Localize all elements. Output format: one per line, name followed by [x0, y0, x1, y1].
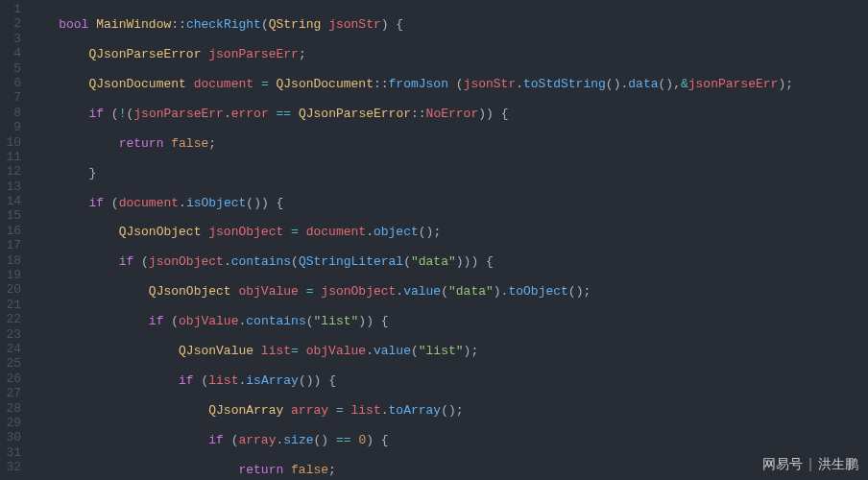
line-number: 2	[0, 16, 21, 31]
line-number: 9	[0, 120, 21, 134]
line-number: 31	[0, 445, 21, 460]
line-number: 25	[0, 356, 21, 371]
code-line: QJsonDocument document = QJsonDocument::…	[29, 77, 868, 91]
line-number: 20	[0, 282, 21, 297]
line-number: 16	[0, 224, 21, 238]
code-line: if (!(jsonParseErr.error == QJsonParseEr…	[29, 107, 868, 121]
line-number: 12	[0, 164, 21, 179]
line-number: 17	[0, 238, 21, 252]
line-number: 4	[0, 46, 21, 60]
line-number: 30	[0, 430, 21, 444]
line-number: 28	[0, 401, 21, 416]
line-number: 14	[0, 194, 21, 208]
watermark: 网易号 | 洪生鹏	[762, 456, 858, 472]
line-number: 23	[0, 327, 21, 342]
code-line: return false;	[29, 136, 868, 151]
line-number: 6	[0, 76, 21, 90]
code-line: if (array.size() == 0) {	[29, 433, 868, 447]
code-line: QJsonArray array = list.toArray();	[29, 403, 868, 418]
line-number: 10	[0, 135, 21, 150]
line-number-gutter: 1234567891011121314151617181920212223242…	[0, 2, 29, 480]
code-line: QJsonParseError jsonParseErr;	[29, 47, 868, 61]
code-area[interactable]: bool MainWindow::checkRight(QString json…	[29, 2, 868, 480]
line-number: 15	[0, 208, 21, 223]
line-number: 3	[0, 32, 21, 46]
line-number: 1	[0, 2, 21, 16]
watermark-author: 洪生鹏	[818, 456, 858, 472]
line-number: 24	[0, 342, 21, 356]
line-number: 32	[0, 460, 21, 474]
line-number: 19	[0, 268, 21, 282]
code-line: if (list.isArray()) {	[29, 373, 868, 388]
divider-icon: |	[808, 456, 812, 472]
code-line: QJsonObject jsonObject = document.object…	[29, 225, 868, 239]
line-number: 22	[0, 312, 21, 326]
code-line: return false;	[29, 463, 868, 477]
line-number: 11	[0, 150, 21, 164]
line-number: 29	[0, 416, 21, 430]
line-number: 27	[0, 386, 21, 400]
code-line: if (jsonObject.contains(QStringLiteral("…	[29, 254, 868, 269]
code-line: bool MainWindow::checkRight(QString json…	[29, 17, 868, 32]
code-editor: 1234567891011121314151617181920212223242…	[0, 0, 868, 480]
line-number: 8	[0, 106, 21, 120]
line-number: 18	[0, 253, 21, 268]
line-number: 5	[0, 61, 21, 76]
code-line: QJsonObject objValue = jsonObject.value(…	[29, 284, 868, 299]
code-line: }	[29, 166, 868, 180]
code-line: if (objValue.contains("list")) {	[29, 314, 868, 328]
code-line: if (document.isObject()) {	[29, 196, 868, 210]
watermark-brand: 网易号	[762, 456, 803, 472]
code-line: QJsonValue list= objValue.value("list");	[29, 344, 868, 358]
line-number: 13	[0, 180, 21, 194]
line-number: 21	[0, 298, 21, 312]
line-number: 26	[0, 372, 21, 386]
line-number: 7	[0, 90, 21, 105]
